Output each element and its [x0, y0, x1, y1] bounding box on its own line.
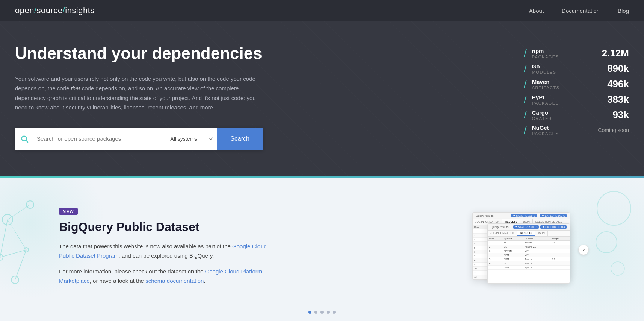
search-input[interactable] — [34, 128, 164, 150]
stat-count-npm: 2.12M — [595, 47, 629, 59]
stat-sub-go: MODULES — [532, 70, 595, 74]
stat-slash-pypi: / — [524, 94, 527, 105]
stat-slash-go: / — [524, 64, 527, 74]
ss2-table: Row System License weight 1MITapache22 2… — [488, 237, 570, 270]
stat-row-maven: / Maven ARTIFACTS 496k — [524, 78, 629, 90]
navbar: open/source/insights About Documentation… — [0, 0, 644, 21]
svg-line-1 — [26, 140, 28, 142]
hero-title: Understand your dependencies — [15, 44, 263, 64]
search-button[interactable]: Search — [217, 128, 263, 150]
lower-section: NEW BigQuery Public Dataset The data tha… — [0, 178, 644, 321]
hero-left: Understand your dependencies Your softwa… — [15, 44, 263, 150]
stat-slash-cargo: / — [524, 110, 527, 120]
ss2-tab-job[interactable]: JOB INFORMATION — [488, 231, 517, 236]
table-row: 1MITapache22 — [488, 240, 570, 245]
stat-sub-nuget: PACKAGES — [532, 131, 595, 136]
svg-line-11 — [8, 220, 26, 250]
ss-header: Query results ▼ SAVE RESULTS ▼ EXPLORE D… — [473, 213, 570, 219]
hero-section: Understand your dependencies Your softwa… — [0, 21, 644, 176]
ss2-col-license: License — [523, 237, 550, 241]
stat-count-cargo: 93k — [595, 109, 629, 121]
ss-query-results-label: Query results — [476, 214, 494, 217]
stat-count-go: 890k — [595, 63, 629, 74]
system-select[interactable]: All systems npm Go Maven PyPI Cargo NuGe… — [164, 128, 217, 150]
table-row: 7NPMApache — [488, 265, 570, 269]
hero-stats: / npm PACKAGES 2.12M / Go MODULES 890k /… — [524, 44, 629, 136]
hero-description: Your software and your users rely not on… — [15, 74, 263, 112]
stat-sub-pypi: PACKAGES — [532, 101, 595, 105]
carousel-dots — [308, 311, 336, 314]
nav-links: About Documentation Blog — [529, 8, 629, 14]
carousel-next-button[interactable] — [578, 245, 589, 255]
stat-name-nuget: NuGet — [532, 125, 595, 131]
svg-line-10 — [15, 250, 26, 280]
network-decoration — [0, 190, 68, 295]
svg-line-7 — [8, 205, 30, 220]
ss2-col-system: System — [502, 237, 523, 241]
ss2-label: Query results — [491, 225, 509, 229]
search-icon-wrap — [15, 128, 34, 150]
stat-name-go: Go — [532, 63, 595, 70]
stat-count-nuget: Coming soon — [595, 127, 629, 133]
stat-sub-npm: PACKAGES — [532, 55, 595, 59]
chevron-right-icon — [582, 248, 585, 252]
search-bar: All systems npm Go Maven PyPI Cargo NuGe… — [15, 128, 263, 150]
carousel-dot-3[interactable] — [327, 311, 330, 314]
stat-name-cargo: Cargo — [532, 109, 595, 116]
table-row: 6GCApache — [488, 261, 570, 265]
carousel-dot-0[interactable] — [308, 311, 311, 314]
link-schema-docs[interactable]: schema documentation — [145, 278, 204, 284]
ss-col-row: Row — [473, 225, 488, 229]
stat-count-maven: 496k — [595, 78, 629, 90]
stat-name-maven: Maven — [532, 79, 595, 85]
ss2-col-weight: weight — [550, 237, 570, 241]
stat-row-pypi: / PyPI PACKAGES 383k — [524, 94, 629, 105]
table-row: 4NPMMIT — [488, 253, 570, 257]
lower-content: NEW BigQuery Public Dataset The data tha… — [59, 208, 585, 292]
stat-sub-cargo: CRATES — [532, 116, 595, 121]
table-row: 3MAVENMIT — [488, 249, 570, 253]
stat-name-pypi: PyPI — [532, 94, 595, 101]
carousel-dot-2[interactable] — [320, 311, 324, 314]
site-logo: open/source/insights — [15, 6, 529, 15]
ss2-tabs: JOB INFORMATION RESULTS JSON — [488, 231, 570, 237]
feature-desc-1: The data that powers this website is now… — [59, 241, 269, 261]
nav-documentation[interactable]: Documentation — [562, 8, 600, 14]
carousel-dot-4[interactable] — [333, 311, 336, 314]
stat-row-cargo: / Cargo CRATES 93k — [524, 109, 629, 121]
screenshot-preview: Query results ▼ SAVE RESULTS ▼ EXPLORE D… — [472, 212, 585, 287]
stat-slash-nuget: / — [524, 125, 527, 135]
stat-slash-npm: / — [524, 48, 527, 59]
svg-line-8 — [0, 220, 8, 257]
feature-desc-2: For more information, please check out t… — [59, 267, 269, 286]
stat-slash-maven: / — [524, 79, 527, 90]
ss2-col-row: Row — [488, 237, 502, 241]
stat-row-nuget: / NuGet PACKAGES Coming soon — [524, 125, 629, 136]
screenshot-secondary: Query results ▼ SAVE RESULTS ▼ EXPLORE D… — [487, 223, 570, 284]
stat-name-npm: npm — [532, 48, 595, 55]
search-icon — [20, 135, 29, 143]
stat-row-go: / Go MODULES 890k — [524, 63, 629, 74]
table-row: 5NPMApache8.3 — [488, 257, 570, 261]
svg-point-12 — [597, 191, 631, 225]
svg-point-13 — [596, 232, 617, 253]
link-gcp-dataset[interactable]: Google Cloud Public Dataset Program — [59, 243, 267, 259]
stat-count-pypi: 383k — [595, 94, 629, 105]
feature-title: BigQuery Public Dataset — [59, 220, 269, 234]
stat-row-npm: / npm PACKAGES 2.12M — [524, 47, 629, 59]
svg-point-14 — [611, 262, 624, 275]
ss-explore-btn[interactable]: ▼ EXPLORE DATA — [540, 214, 567, 217]
stat-sub-maven: ARTIFACTS — [532, 85, 595, 90]
ss2-explore-btn[interactable]: ▼ EXPLORE DATA — [540, 225, 567, 229]
table-row: 2GOApache-2.0 — [488, 245, 570, 249]
svg-line-9 — [0, 250, 26, 257]
ss2-tab-json[interactable]: JSON — [535, 231, 548, 236]
nav-about[interactable]: About — [529, 8, 544, 14]
ss2-tab-results[interactable]: RESULTS — [517, 231, 535, 236]
carousel-dot-1[interactable] — [314, 311, 317, 314]
ss-save-btn[interactable]: ▼ SAVE RESULTS — [511, 214, 538, 217]
ss2-header: Query results ▼ SAVE RESULTS ▼ EXPLORE D… — [488, 224, 570, 231]
ss2-save-btn[interactable]: ▼ SAVE RESULTS — [513, 225, 539, 229]
nav-blog[interactable]: Blog — [618, 8, 629, 14]
feature-card: NEW BigQuery Public Dataset The data tha… — [59, 208, 269, 292]
